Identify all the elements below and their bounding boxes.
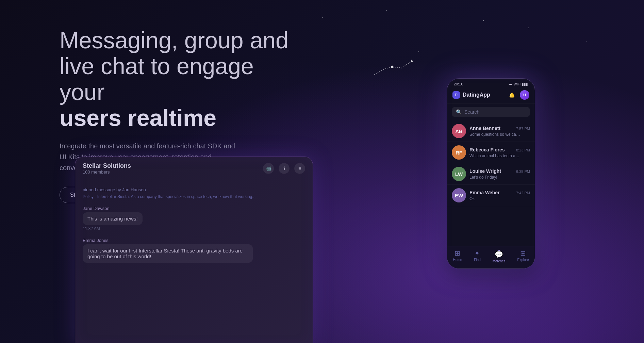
tablet-time-1: 11:32 AM [83,226,305,231]
nav-find-label: Find [474,258,480,262]
avatar-0: AB [452,124,466,138]
chat-preview-0: Some questions so we can get... [469,132,521,137]
tablet-header: Stellar Solutions 100 members 📹 ℹ ≡ [75,157,313,180]
chat-time-3: 7:42 PM [516,191,530,195]
search-placeholder: Search [464,109,479,115]
chat-item-top-3: Emma Weber 7:42 PM [469,190,530,195]
chat-preview-1: Which animal has teeth as har... [469,153,521,158]
hero-title-bold: users realtime [60,105,216,131]
tablet-group-info: Stellar Solutions 100 members [83,162,131,175]
chat-item-1[interactable]: RF Rebecca Flores 8:23 PM Which animal h… [447,142,535,163]
tablet-system-message: pinned message by Jan Hansen [83,187,305,192]
tablet-bubble-1: This is amazing news! [83,212,143,225]
hero-title-line2: live chat to engage your [60,53,254,105]
nav-home-label: Home [453,258,462,262]
tablet-pinned-preview: Policy - Interstellar Siesta: As a compa… [83,194,305,199]
tablet-bubble-2: I can't wait for our first Interstellar … [83,244,253,263]
phone-status-icons: ▪▪▪ WiFi ▮▮▮ [509,82,528,86]
notification-bell-icon[interactable]: 🔔 [507,90,516,100]
menu-icon[interactable]: ≡ [294,163,305,174]
nav-matches[interactable]: 💬 Matches [493,250,506,263]
matches-icon: 💬 [495,251,503,258]
tablet-chat-message-2: Emma Jones I can't wait for our first In… [83,238,305,263]
phone-header-icons: 🔔 U [507,90,529,100]
wifi-icon: WiFi [514,82,521,86]
chat-preview-3: Ok [469,196,521,201]
signal-icon: ▪▪▪ [509,82,512,86]
sparkle-icon [390,63,396,69]
tablet-chat-message-1: Jane Dawson This is amazing news! 11:32 … [83,206,305,231]
hero-title: Messaging, group and live chat to engage… [60,27,298,131]
search-icon: 🔍 [456,109,462,115]
avatar-1: RF [452,145,466,160]
nav-matches-label: Matches [493,259,506,263]
phone-time: 20:10 [454,82,463,86]
svg-marker-0 [411,60,413,62]
tablet-mockup: Stellar Solutions 100 members 📹 ℹ ≡ pinn… [75,157,313,343]
tablet-chat-area: pinned message by Jan Hansen Policy - In… [75,180,313,276]
tablet-group-name: Stellar Solutions [83,162,131,169]
phone-app-name-row: D DatingApp [452,91,490,99]
tablet-sender-1: Jane Dawson [83,206,305,211]
nav-home[interactable]: ⊞ Home [453,250,462,263]
phone-app-header: D DatingApp 🔔 U [447,88,535,103]
chat-name-3: Emma Weber [469,190,499,195]
nav-explore-label: Explore [517,258,529,262]
chat-name-0: Anne Bennett [469,126,500,131]
info-icon[interactable]: ℹ [279,163,290,174]
home-icon: ⊞ [455,250,460,257]
chat-time-1: 8:23 PM [516,148,530,152]
phone-bottom-nav: ⊞ Home ✦ Find 💬 Matches ⊞ Explore [447,246,535,268]
chat-preview-2: Let's do Friday! [469,175,521,180]
tablet-sender-2: Emma Jones [83,238,305,243]
nav-explore[interactable]: ⊞ Explore [517,250,529,263]
avatar-3: EW [452,188,466,202]
phone-search-bar[interactable]: 🔍 Search [452,107,530,117]
chat-item-content-1: Rebecca Flores 8:23 PM Which animal has … [469,147,530,158]
hero-title-line1: Messaging, group and [60,27,288,53]
chat-item-top-0: Anne Bennett 7:57 PM [469,126,530,131]
chat-time-2: 6:35 PM [516,169,530,174]
chat-item-top-1: Rebecca Flores 8:23 PM [469,147,530,152]
user-avatar[interactable]: U [520,90,529,100]
find-icon: ✦ [474,250,480,257]
avatar-2: LW [452,167,466,181]
video-call-icon[interactable]: 📹 [263,163,274,174]
chat-item-content-3: Emma Weber 7:42 PM Ok [469,190,530,201]
tablet-group-members: 100 members [83,169,131,175]
chat-item-3[interactable]: EW Emma Weber 7:42 PM Ok [447,185,535,206]
content-wrapper: Messaging, group and live chat to engage… [0,0,644,343]
chat-item-content-0: Anne Bennett 7:57 PM Some questions so w… [469,126,530,137]
phone-chat-list: AB Anne Bennett 7:57 PM Some questions s… [447,120,535,206]
chat-item-0[interactable]: AB Anne Bennett 7:57 PM Some questions s… [447,120,535,142]
phone-status-bar: 20:10 ▪▪▪ WiFi ▮▮▮ [447,79,535,88]
chat-item-2[interactable]: LW Louise Wright 6:35 PM Let's do Friday… [447,163,535,185]
dating-app-icon: D [452,91,460,99]
phone-app-name: DatingApp [463,92,490,98]
chat-name-1: Rebecca Flores [469,147,505,152]
chat-item-top-2: Louise Wright 6:35 PM [469,168,530,174]
chat-item-content-2: Louise Wright 6:35 PM Let's do Friday! [469,168,530,180]
chat-time-0: 7:57 PM [516,127,530,131]
battery-icon: ▮▮▮ [522,82,528,86]
chat-name-2: Louise Wright [469,168,501,174]
nav-find[interactable]: ✦ Find [474,250,480,263]
tablet-header-icons: 📹 ℹ ≡ [263,163,305,174]
phone-mockup: 20:10 ▪▪▪ WiFi ▮▮▮ D DatingApp 🔔 U 🔍 Sea… [447,78,535,269]
explore-icon: ⊞ [520,250,526,257]
